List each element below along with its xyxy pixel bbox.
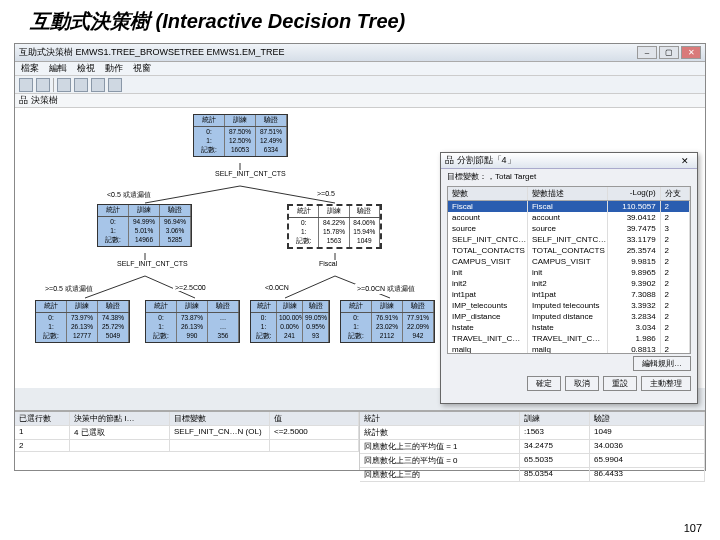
menu-item[interactable]: 編輯 xyxy=(49,62,67,75)
split-label: SELF_INIT_CNT_CTS xyxy=(115,260,190,267)
tree-node-selected[interactable]: 統計訓練驗證 0:84.22%84.06% 1:15.78%15.94% 記數:… xyxy=(287,204,382,249)
bottom-pane: 已選行數決策中的節點 I…目標變數值 14 已選取SELF_INIT_CN…N … xyxy=(15,410,705,470)
panel-title: 品 決策樹 xyxy=(15,94,705,108)
toolbar xyxy=(15,76,705,94)
svg-line-1 xyxy=(145,186,240,203)
table-row[interactable]: IMP_distanceImputed distance3.28342 xyxy=(448,311,690,322)
table-row[interactable]: initinit9.89652 xyxy=(448,267,690,278)
table-row[interactable]: CAMPUS_VISITCAMPUS_VISIT9.98152 xyxy=(448,256,690,267)
tool-icon[interactable] xyxy=(36,78,50,92)
col-header[interactable]: 分支 xyxy=(661,187,690,200)
split-node-dialog: 品 分割節點「4」 ✕ 目標變數：，Total Target 變數 變數描述 -… xyxy=(440,152,698,404)
dialog-subtitle: 目標變數：，Total Target xyxy=(441,169,697,184)
tree-leaf[interactable]: 統計訓練驗證 0:73.87%… 1:26.13%… 記數:990356 xyxy=(145,300,240,343)
dialog-table[interactable]: 變數 變數描述 -Log(p) 分支 FiscalFiscal110.50572… xyxy=(447,186,691,354)
maximize-button[interactable]: ▢ xyxy=(659,46,679,59)
table-row[interactable]: FiscalFiscal110.50572 xyxy=(448,201,690,212)
window-title: 互助式決策樹 EMWS1.TREE_BROWSETREE EMWS1.EM_TR… xyxy=(19,46,285,59)
branch-label: >=0.5 xyxy=(315,190,337,197)
page-number: 107 xyxy=(684,522,702,534)
col-header[interactable]: 變數描述 xyxy=(528,187,608,200)
table-row[interactable]: int1patint1pat7.30882 xyxy=(448,289,690,300)
svg-line-7 xyxy=(285,276,335,298)
minimize-button[interactable]: – xyxy=(637,46,657,59)
tree-leaf[interactable]: 統計訓練驗證 0:73.97%74.38% 1:26.13%25.72% 記數:… xyxy=(35,300,130,343)
dialog-close-button[interactable]: ✕ xyxy=(677,156,693,166)
close-button[interactable]: ✕ xyxy=(681,46,701,59)
menu-item[interactable]: 檢視 xyxy=(77,62,95,75)
tool-icon[interactable] xyxy=(19,78,33,92)
table-row[interactable]: hstatehstate3.0342 xyxy=(448,322,690,333)
tool-icon[interactable] xyxy=(108,78,122,92)
slide-title: 互動式決策樹 (Interactive Decision Tree) xyxy=(0,0,720,43)
table-row[interactable]: init2init29.39022 xyxy=(448,278,690,289)
bottom-left-table[interactable]: 已選行數決策中的節點 I…目標變數值 14 已選取SELF_INIT_CN…N … xyxy=(15,412,360,470)
col-header[interactable]: -Log(p) xyxy=(608,187,661,200)
split-label: Fiscal xyxy=(317,260,339,267)
table-row[interactable]: TOTAL_CONTACTSTOTAL_CONTACTS25.35742 xyxy=(448,245,690,256)
tool-icon[interactable] xyxy=(57,78,71,92)
edit-rule-button[interactable]: 編輯規則… xyxy=(633,356,691,371)
branch-label: >=0.0CN 或遺漏值 xyxy=(355,284,417,294)
tool-icon[interactable] xyxy=(74,78,88,92)
tree-leaf[interactable]: 統計訓練驗證 0:100.00%99.05% 1:0.00%0.95% 記數:2… xyxy=(250,300,330,343)
table-row[interactable]: accountaccount39.04122 xyxy=(448,212,690,223)
titlebar: 互助式決策樹 EMWS1.TREE_BROWSETREE EMWS1.EM_TR… xyxy=(15,44,705,62)
table-row[interactable]: TRAVEL_INIT_C…TRAVEL_INIT_C…1.9862 xyxy=(448,333,690,344)
branch-label: <0.0CN xyxy=(263,284,291,291)
tree-root-node[interactable]: 統計訓練驗證 0:87.50%87.51% 1:12.50%12.49% 記數:… xyxy=(193,114,288,157)
dialog-title: 品 分割節點「4」 xyxy=(445,154,516,167)
cancel-button[interactable]: 取消 xyxy=(565,376,599,391)
menu-item[interactable]: 動作 xyxy=(105,62,123,75)
table-row[interactable]: sourcesource39.74753 xyxy=(448,223,690,234)
ok-button[interactable]: 確定 xyxy=(527,376,561,391)
menu-item[interactable]: 視窗 xyxy=(133,62,151,75)
split-label: SELF_INIT_CNT_CTS xyxy=(213,170,288,177)
dialog-titlebar: 品 分割節點「4」 ✕ xyxy=(441,153,697,169)
branch-label: >=2.5C00 xyxy=(173,284,208,291)
branch-label: <0.5 或遺漏值 xyxy=(105,190,153,200)
tool-icon[interactable] xyxy=(91,78,105,92)
table-row[interactable]: IMP_telecountsImputed telecounts3.39322 xyxy=(448,300,690,311)
table-row[interactable]: SELF_INIT_CNTC…SELF_INIT_CNTC…33.11792 xyxy=(448,234,690,245)
menu-item[interactable]: 檔案 xyxy=(21,62,39,75)
menubar: 檔案 編輯 檢視 動作 視窗 xyxy=(15,62,705,76)
bottom-right-table[interactable]: 統計訓練驗證 統計數:15631049 回應數化上三的平均值 = 134.247… xyxy=(360,412,705,470)
col-header[interactable]: 變數 xyxy=(448,187,528,200)
tree-node[interactable]: 統計訓練驗證 0:94.99%96.94% 1:5.01%3.06% 記數:14… xyxy=(97,204,192,247)
refresh-button[interactable]: 主動整理 xyxy=(641,376,691,391)
branch-label: >=0.5 或遺漏值 xyxy=(43,284,95,294)
tree-leaf[interactable]: 統計訓練驗證 0:76.91%77.91% 1:23.02%22.09% 記數:… xyxy=(340,300,435,343)
reset-button[interactable]: 重設 xyxy=(603,376,637,391)
table-row[interactable]: mailqmailq0.88132 xyxy=(448,344,690,354)
